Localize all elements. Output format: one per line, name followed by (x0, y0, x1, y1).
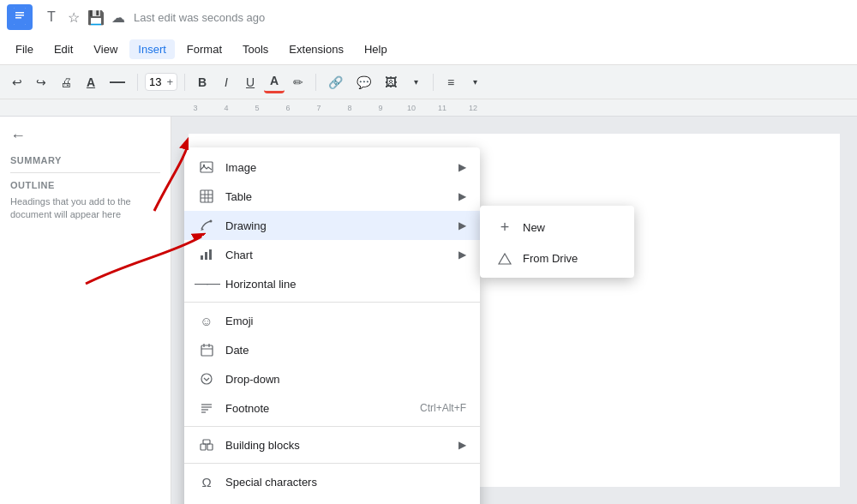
print-button[interactable]: 🖨 (55, 72, 77, 93)
italic-button[interactable]: I (216, 72, 237, 93)
font-size-plus[interactable]: + (166, 75, 173, 88)
insert-image-item[interactable]: Image ▶ (184, 153, 480, 182)
dropdown-icon (198, 370, 215, 387)
svg-point-12 (210, 220, 213, 223)
insert-footnote-label: Footnote (225, 402, 406, 415)
cloud-icon[interactable]: ☁ (110, 9, 127, 26)
insert-date-item[interactable]: Date (184, 335, 480, 364)
insert-table-arrow: ▶ (458, 190, 466, 202)
font-size-box[interactable]: 13 + (145, 73, 177, 91)
drive-icon (497, 253, 512, 265)
insert-footnote-shortcut: Ctrl+Alt+F (420, 402, 466, 414)
menu-sep-3 (184, 463, 480, 464)
insert-dropdown-item[interactable]: Drop-down (184, 364, 480, 393)
toolbar-separator-2 (184, 74, 185, 91)
menu-insert[interactable]: Insert (129, 39, 175, 59)
sidebar: ← SUMMARY OUTLINE Headings that you add … (0, 117, 171, 504)
ruler-tick-11: 11 (427, 104, 458, 112)
insert-dropdown-label: Drop-down (225, 373, 466, 386)
svg-rect-26 (207, 444, 213, 450)
menu-extensions[interactable]: Extensions (280, 39, 352, 59)
align-button[interactable]: ≡ (440, 72, 461, 93)
spellcheck-button[interactable]: A (81, 72, 101, 93)
ruler-tick-7: 7 (303, 104, 334, 112)
insert-emoji-label: Emoji (225, 315, 466, 327)
table-icon (198, 188, 215, 205)
special-chars-icon: Ω (198, 473, 215, 490)
sidebar-outline-label: OUTLINE (10, 180, 160, 190)
insert-footnote-item[interactable]: Footnote Ctrl+Alt+F (184, 393, 480, 423)
save-icon[interactable]: 💾 (87, 9, 105, 26)
insert-chart-item[interactable]: Chart ▶ (184, 240, 480, 269)
highlight-button[interactable]: ✏ (288, 72, 309, 93)
svg-rect-16 (201, 345, 213, 356)
insert-building-blocks-item[interactable]: Building blocks ▶ (184, 430, 480, 459)
comment-button[interactable]: 💬 (351, 72, 376, 93)
hline-icon: —— (198, 275, 215, 292)
sidebar-outline-text: Headings that you add to the document wi… (10, 195, 160, 222)
drawing-from-drive-item[interactable]: From Drive (480, 244, 634, 273)
bold-button[interactable]: B (192, 72, 213, 93)
sidebar-back-button[interactable]: ← (10, 127, 160, 145)
menu-tools[interactable]: Tools (234, 39, 277, 59)
insert-hline-item[interactable]: —— Horizontal line (184, 269, 480, 298)
insert-image-label: Image (225, 161, 452, 174)
new-icon: + (497, 219, 512, 237)
svg-rect-15 (209, 249, 212, 260)
insert-table-item[interactable]: Table ▶ (184, 182, 480, 211)
star-icon[interactable]: ☆ (65, 9, 82, 26)
ruler-ticks: 3 4 5 6 7 8 9 10 11 12 (180, 104, 488, 112)
insert-table-label: Table (225, 190, 452, 203)
menu-format[interactable]: Format (178, 39, 231, 59)
svg-rect-3 (15, 15, 24, 16)
align-dropdown-button[interactable]: ▾ (464, 74, 485, 90)
drawing-new-item[interactable]: + New (480, 211, 634, 244)
svg-rect-4 (15, 17, 21, 19)
text-icon[interactable]: T (43, 9, 60, 26)
insert-hline-label: Horizontal line (225, 278, 466, 291)
ruler-tick-5: 5 (242, 104, 273, 112)
insert-image-arrow: ▶ (458, 161, 466, 173)
svg-rect-14 (205, 252, 207, 260)
redo-button[interactable]: ↪ (31, 72, 51, 93)
menu-view[interactable]: View (85, 39, 126, 59)
insert-emoji-item[interactable]: ☺ Emoji (184, 306, 480, 335)
image-dropdown-button[interactable]: ▾ (405, 74, 426, 90)
toolbar-separator-4 (433, 74, 434, 91)
font-size-value: 13 (149, 75, 161, 88)
chart-icon (198, 246, 215, 263)
svg-rect-27 (203, 440, 210, 444)
menu-sep-1 (184, 302, 480, 303)
image-button[interactable]: 🖼 (380, 72, 402, 93)
drawing-submenu: + New From Drive (480, 206, 634, 278)
text-color-button[interactable]: A (264, 70, 285, 93)
insert-equation-item[interactable]: π² Equation (184, 496, 480, 504)
toolbar-separator-1 (137, 74, 138, 91)
ruler-tick-3: 3 (180, 104, 211, 112)
undo-button[interactable]: ↩ (7, 72, 27, 93)
underline-button[interactable]: U (240, 72, 261, 93)
menu-edit[interactable]: Edit (45, 39, 81, 59)
insert-special-chars-label: Special characters (225, 476, 466, 489)
insert-drawing-item[interactable]: Drawing ▶ + New From Drive (184, 211, 480, 240)
drawing-new-label: New (523, 221, 545, 234)
ruler-tick-10: 10 (396, 104, 427, 112)
main-area: ← SUMMARY OUTLINE Headings that you add … (0, 117, 857, 504)
emoji-icon: ☺ (198, 312, 215, 329)
paint-format-button[interactable]: — (105, 69, 130, 94)
title-icons: T ☆ 💾 ☁ (43, 9, 127, 26)
ruler-tick-6: 6 (273, 104, 303, 112)
doc-icon (7, 4, 33, 30)
ruler: 3 4 5 6 7 8 9 10 11 12 (0, 99, 857, 117)
menu-file[interactable]: File (7, 39, 42, 59)
insert-special-chars-item[interactable]: Ω Special characters (184, 467, 480, 496)
title-bar: T ☆ 💾 ☁ Last edit was seconds ago (0, 0, 857, 34)
svg-rect-13 (201, 255, 203, 260)
last-edit-text: Last edit was seconds ago (134, 11, 265, 24)
svg-rect-2 (15, 12, 24, 14)
menu-help[interactable]: Help (356, 39, 396, 59)
sidebar-summary-label: SUMMARY (10, 155, 160, 165)
ruler-tick-4: 4 (211, 104, 242, 112)
ruler-tick-12: 12 (458, 104, 488, 112)
link-button[interactable]: 🔗 (323, 72, 348, 93)
